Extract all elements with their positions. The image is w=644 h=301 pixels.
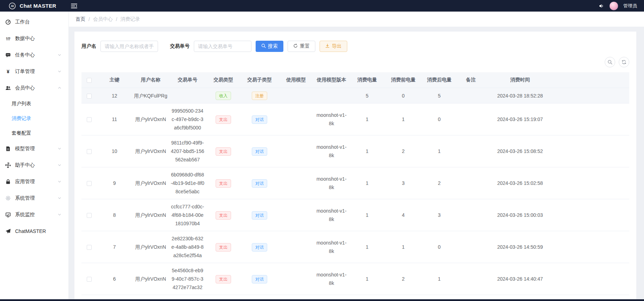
main-area: 首页/会员中心/消费记录 用户名 交易单号 搜索 重置 导出 (69, 12, 644, 299)
numbers-icon: 123 (5, 36, 11, 41)
svg-text:123: 123 (6, 36, 11, 39)
cell-consume: 5 (349, 88, 385, 103)
transaction-subtype-tag: 对话 (252, 147, 267, 156)
column-header: 使用模型版本 (314, 72, 349, 88)
search-button[interactable]: 搜索 (256, 41, 283, 52)
row-checkbox[interactable] (87, 117, 92, 122)
cell-id: 7 (97, 231, 132, 263)
cell-id: 8 (97, 199, 132, 231)
transaction-subtype-tag: 注册 (252, 92, 267, 100)
transaction-type-tag: 支出 (216, 243, 231, 252)
username-input[interactable] (100, 41, 158, 52)
avatar[interactable] (609, 1, 618, 11)
sidebar-item-workbench[interactable]: 工作台 (0, 14, 68, 30)
sidebar-item-label: 应用管理 (15, 179, 58, 185)
cell-remark (457, 263, 485, 295)
cell-model-version: moonshot-v1-8k (314, 135, 349, 167)
cell-before: 1 (385, 231, 421, 263)
cell-order-no: 9811cf90-49f9-4207-bbd5-156562eab567 (169, 135, 206, 167)
sidebar-item-label: 订单管理 (15, 68, 58, 75)
cell-time: 2024-03-26 15:08:52 (485, 135, 556, 167)
column-header: 交易单号 (169, 72, 206, 88)
column-header: 消费时间 (485, 72, 556, 88)
sidebar-item-task-center[interactable]: 任务中心 (0, 47, 68, 63)
cell-subtype: 对话 (241, 199, 278, 231)
cell-type: 支出 (206, 231, 241, 263)
breadcrumb-separator: / (116, 16, 117, 22)
sidebar-item-order-management[interactable]: ¥订单管理 (0, 63, 68, 80)
sidebar-subitem-user-list[interactable]: 用户列表 (0, 96, 68, 111)
table-row: 8用户ylrVOxnNccfcc777-cd0c-4f68-b184-00e18… (81, 199, 629, 231)
sidebar-subitem-consumption-records[interactable]: 消费记录 (0, 111, 68, 126)
cell-order-no: 2e82230b-632e-4a8b-a849-8a28c5e2f54a (169, 231, 206, 263)
breadcrumb-item: 会员中心 (93, 16, 113, 22)
cell-after: 3 (421, 199, 457, 231)
sidebar-item-member-center[interactable]: 会员中心 (0, 80, 68, 96)
sidebar-item-system-management[interactable]: 系统管理 (0, 190, 68, 206)
sidebar-collapse-icon[interactable] (71, 4, 77, 8)
cell-after: 2 (421, 167, 457, 199)
cell-subtype: 注册 (241, 88, 278, 103)
cell-time: 2024-03-26 15:19:07 (485, 103, 556, 135)
topbar: AI Chat MASTER 管理员 (0, 0, 644, 12)
cell-remark (457, 167, 485, 199)
row-checkbox[interactable] (87, 277, 92, 282)
order-no-input[interactable] (194, 41, 251, 52)
cell-id: 9 (97, 167, 132, 199)
cell-model (278, 167, 314, 199)
transaction-subtype-tag: 对话 (252, 275, 267, 283)
order-no-label: 交易单号 (170, 43, 190, 49)
row-checkbox[interactable] (87, 149, 92, 154)
cell-model-version: moonshot-v1-8k (314, 199, 349, 231)
column-header: 交易子类型 (241, 72, 278, 88)
sidebar-item-system-monitor[interactable]: 系统监控 (0, 206, 68, 223)
reset-button[interactable]: 重置 (288, 41, 315, 52)
row-checkbox[interactable] (87, 94, 92, 99)
cell-user: 用户ylrVOxnN (132, 135, 169, 167)
sidebar-item-model-management[interactable]: 模型管理 (0, 140, 68, 157)
bottom-strip (0, 299, 644, 301)
dashboard-icon (5, 19, 11, 25)
chevron-up-icon (58, 86, 61, 90)
select-all-checkbox[interactable] (87, 78, 92, 83)
sidebar-subitem-package-config[interactable]: 套餐配置 (0, 126, 68, 140)
cell-type: 支出 (206, 135, 241, 167)
table-body: 12用户KQFulPRg收入注册5052024-03-28 18:52:2811… (81, 88, 629, 295)
cell-before: 3 (385, 167, 421, 199)
row-checkbox[interactable] (87, 213, 92, 218)
cell-user: 用户KQFulPRg (132, 88, 169, 103)
breadcrumb-item[interactable]: 首页 (75, 16, 85, 22)
cell-model (278, 231, 314, 263)
sidebar-item-app-management[interactable]: 应用管理 (0, 173, 68, 190)
transaction-subtype-tag: 对话 (252, 179, 267, 188)
cell-consume: 1 (349, 231, 385, 263)
sidebar-item-label: 模型管理 (15, 146, 58, 152)
cell-model (278, 135, 314, 167)
sidebar-item-chatmaster[interactable]: ChatMASTER (0, 223, 68, 239)
sidebar-item-assistant-center[interactable]: 助手中心 (0, 157, 68, 173)
cell-user: 用户ylrVOxnN (132, 199, 169, 231)
cell-user: 用户ylrVOxnN (132, 103, 169, 135)
refresh-icon[interactable] (619, 57, 629, 67)
cell-model-version (314, 88, 349, 103)
brand-title: Chat MASTER (20, 3, 56, 9)
sidebar-item-label: 任务中心 (15, 52, 58, 58)
chevron-down-icon (58, 147, 61, 150)
cell-remark (457, 88, 485, 103)
document-icon (5, 146, 11, 152)
table-search-icon[interactable] (605, 57, 615, 67)
transaction-subtype-tag: 对话 (252, 211, 267, 220)
cell-order-no: 5e4560c8-eb99-40c7-857c-34272e77ac32 (169, 263, 206, 295)
sidebar-item-data-center[interactable]: 123数据中心 (0, 30, 68, 47)
cell-model-version: moonshot-v1-8k (314, 103, 349, 135)
cell-order-no (169, 88, 206, 103)
export-button[interactable]: 导出 (320, 41, 347, 52)
row-checkbox[interactable] (87, 245, 92, 250)
cell-model-version: moonshot-v1-8k (314, 231, 349, 263)
sidebar: 工作台123数据中心任务中心¥订单管理会员中心用户列表消费记录套餐配置模型管理助… (0, 12, 69, 299)
cell-time: 2024-03-26 15:00:03 (485, 199, 556, 231)
cell-subtype: 对话 (241, 231, 278, 263)
volume-icon[interactable] (599, 3, 604, 9)
reset-icon (293, 44, 298, 49)
row-checkbox[interactable] (87, 181, 92, 186)
